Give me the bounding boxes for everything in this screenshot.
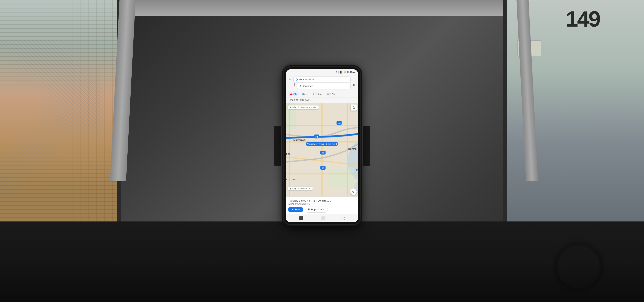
walk-icon: 🚶 [312, 92, 315, 96]
home-button[interactable]: ⬜ [320, 216, 325, 220]
mount-clamp-right [363, 126, 370, 166]
svg-text:Wilmington: Wilmington [286, 178, 296, 181]
status-icons: 📍 ▌▌▌ 🔋 12:44 AM [335, 71, 356, 73]
mount-clamp-left [274, 126, 281, 166]
svg-text:78: 78 [315, 136, 318, 138]
route-connector-dots [294, 83, 295, 86]
svg-rect-4 [328, 168, 354, 187]
svg-text:Toms River: Toms River [354, 168, 358, 171]
selected-route-text: Typically 1 h 50 min – 2 h 20 min [307, 143, 335, 145]
origin-text: Your location [299, 78, 314, 81]
status-bar: 📍 ▌▌▌ 🔋 12:44 AM [286, 69, 358, 75]
back-nav-button[interactable]: ◁ [342, 216, 345, 220]
departure-row[interactable]: Depart at 11:10 AM ▾ [286, 98, 358, 103]
car-icon: 🚗 [290, 92, 292, 96]
dot-2 [294, 84, 295, 85]
back-icon: ◁ [342, 216, 345, 220]
swap-directions-button[interactable]: ⇅ [352, 83, 356, 88]
time-display: 12:44 AM [347, 71, 356, 73]
left-window [0, 0, 121, 242]
map-layer-button[interactable]: ⧉ [350, 104, 356, 110]
phone-screen: 📍 ▌▌▌ 🔋 12:44 AM ← Your location ⋮ [286, 69, 358, 222]
map-svg: 78 78 380 476 76 95 1 Allentown Read [286, 103, 358, 196]
navigation-icon: ▲ [292, 208, 294, 211]
tab-transit[interactable]: 🚌 — [300, 92, 309, 96]
svg-text:76: 76 [322, 152, 324, 154]
tab-driving[interactable]: 🚗 2 hr [288, 92, 299, 96]
locate-icon: ⊙ [352, 190, 354, 193]
layer-icon: ⧉ [352, 106, 355, 109]
steps-label: Steps & more [310, 208, 325, 211]
origin-dot-icon [296, 78, 298, 80]
more-options-button[interactable]: ⋮ [352, 77, 356, 82]
route-card: Typically 1 h 50 min - 2 h 20 min (1... … [286, 196, 358, 214]
route-label-selected: Typically 1 h 50 min – 2 h 20 min ℹ [306, 142, 338, 146]
route-info-icon-top: ℹ [316, 106, 317, 108]
recent-icon: ⬛ [299, 216, 303, 220]
origin-input[interactable]: Your location [294, 76, 350, 82]
transit-time: — [306, 93, 308, 95]
locate-me-button[interactable]: ⊙ [350, 188, 356, 195]
phone-shell: 📍 ▌▌▌ 🔋 12:44 AM ← Your location ⋮ [284, 67, 360, 224]
search-area: ← Your location ⋮ [286, 75, 358, 90]
driving-time: 2 hr [294, 93, 298, 95]
back-button[interactable]: ← [288, 77, 292, 82]
dropdown-arrow-icon: ▾ [309, 99, 310, 102]
route-time-range: Typically 1 h 50 min - 2 h 20 min (1... [288, 199, 356, 202]
dot-1 [294, 83, 295, 84]
walking-time: 2 days [316, 93, 322, 95]
route-info-icon-selected: ℹ [336, 143, 337, 145]
departure-text: Depart at 11:10 AM [288, 99, 308, 102]
svg-text:95: 95 [322, 167, 324, 170]
building-number: 149 [566, 6, 600, 32]
bus-icon: 🚌 [302, 92, 305, 96]
brick-texture [0, 0, 117, 242]
start-navigation-button[interactable]: ▲ Start [288, 207, 303, 212]
android-nav-bar: ⬛ ⬜ ◁ [286, 214, 358, 222]
route-actions: ▲ Start ☰ Steps & more [288, 206, 356, 212]
steps-icon: ☰ [308, 208, 310, 211]
dot-3 [294, 85, 295, 86]
svg-text:380: 380 [337, 122, 341, 125]
svg-text:Allentown: Allentown [293, 138, 306, 142]
dest-pin-icon: 📍 [299, 85, 302, 88]
dest-wrapper: 📍 Cabela's [297, 83, 350, 89]
dest-section: 📍 Cabela's ⇅ [288, 83, 356, 89]
recent-apps-button[interactable]: ⬛ [299, 216, 303, 220]
origin-row: ← Your location ⋮ [288, 76, 356, 82]
battery-icon: 🔋 [344, 71, 346, 73]
location-icon: 📍 [335, 71, 338, 73]
svg-text:Trenton: Trenton [348, 148, 356, 150]
bike-icon: 🚲 [326, 92, 330, 96]
tab-cycling[interactable]: 🚲 12 hr [325, 92, 337, 96]
transport-tabs: 🚗 2 hr 🚌 — 🚶 2 days 🚲 12 hr [286, 90, 358, 98]
cycling-time: 12 hr [330, 93, 336, 95]
destination-input[interactable]: 📍 Cabela's [297, 83, 350, 89]
signal-bars: ▌▌▌ [338, 71, 343, 73]
route-arrive-time: Arrive around 1:30 PM [288, 202, 356, 205]
start-label: Start [295, 208, 300, 211]
home-icon: ⬜ [320, 216, 325, 220]
phone-mount-area: 📍 ▌▌▌ 🔋 12:44 AM ← Your location ⋮ [280, 15, 364, 277]
destination-text: Cabela's [303, 84, 313, 88]
tab-walking[interactable]: 🚶 2 days [310, 92, 324, 96]
map-area[interactable]: 78 78 380 476 76 95 1 Allentown Read [286, 103, 358, 196]
route-info-icon-bottom: ℹ [310, 188, 311, 190]
steps-more-button[interactable]: ☰ Steps & more [305, 206, 328, 212]
svg-text:Reading: Reading [286, 152, 290, 155]
route-label-bottom: Typically 2 h 20 min – 3 h ℹ [288, 186, 313, 190]
route-label-top: Typically 2 h 10 min – 2 h 50 min ℹ [288, 105, 319, 109]
